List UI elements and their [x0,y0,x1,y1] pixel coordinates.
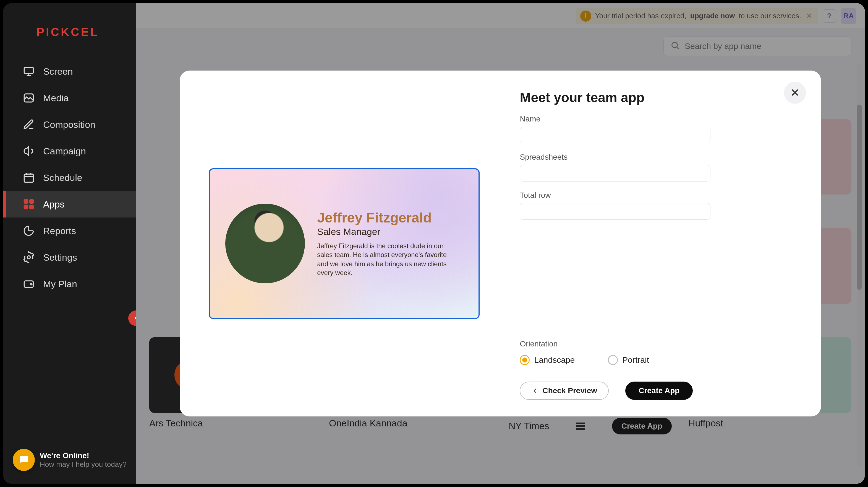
svg-rect-3 [24,200,28,203]
sidebar-item-label: Settings [43,252,77,263]
sidebar-item-label: Composition [43,119,95,130]
brand-logo: PICKCEL [3,15,136,58]
sidebar-item-campaign[interactable]: Campaign [3,138,136,164]
chat-prompt: How may I help you today? [40,460,127,469]
person-description: Jeffrey Fitzgerald is the coolest dude i… [317,241,447,278]
check-preview-label: Check Preview [542,386,597,395]
chat-status: We're Online! [40,451,127,460]
field-spreadsheets: Spreadsheets [520,153,799,181]
apps-grid-icon [23,198,35,210]
check-preview-button[interactable]: Check Preview [520,381,609,400]
svg-point-7 [27,256,30,259]
sidebar-item-screen[interactable]: Screen [3,58,136,85]
field-name: Name [520,115,799,143]
modal-actions: Check Preview Create App [520,381,799,400]
name-label: Name [520,115,799,123]
preview-text: Jeffrey Fitzgerald Sales Manager Jeffrey… [317,210,447,278]
sidebar-item-schedule[interactable]: Schedule [3,164,136,191]
main-area: ! Your trial period has expired, upgrade… [136,3,865,484]
create-app-button[interactable]: Create App [625,381,693,400]
sidebar-item-label: Media [43,93,69,104]
orientation-portrait[interactable]: Portrait [608,355,649,365]
live-chat-widget[interactable]: We're Online! How may I help you today? [13,449,127,471]
team-member-preview: Jeffrey Fitzgerald Sales Manager Jeffrey… [209,168,479,319]
person-name: Jeffrey Fitzgerald [317,210,447,226]
avatar [225,204,305,283]
arrow-left-icon [531,387,538,394]
modal-overlay: Jeffrey Fitzgerald Sales Manager Jeffrey… [136,3,865,484]
chat-icon [13,449,35,471]
sidebar-item-label: Apps [43,199,65,210]
modal-preview-pane: Jeffrey Fitzgerald Sales Manager Jeffrey… [180,70,509,417]
meet-your-team-modal: Jeffrey Fitzgerald Sales Manager Jeffrey… [180,70,821,417]
image-icon [23,92,35,104]
sidebar-item-my-plan[interactable]: My Plan [3,270,136,297]
orientation-label: Orientation [520,340,799,348]
svg-rect-0 [24,67,33,73]
total-row-input[interactable] [520,203,710,220]
svg-rect-4 [30,200,33,203]
chat-text: We're Online! How may I help you today? [40,451,127,469]
edit-icon [23,118,35,131]
sidebar-item-label: Reports [43,226,76,236]
sidebar: PICKCEL Screen Media Composition [3,3,136,484]
spreadsheets-input[interactable] [520,165,710,181]
sidebar-item-apps[interactable]: Apps [3,191,136,218]
sidebar-item-label: My Plan [43,279,77,289]
wallet-icon [23,278,35,290]
sidebar-item-label: Schedule [43,172,82,183]
sidebar-nav: Screen Media Composition Campaign [3,58,136,297]
sidebar-item-label: Campaign [43,146,86,156]
person-role: Sales Manager [317,226,447,237]
spreadsheets-label: Spreadsheets [520,153,799,162]
pie-chart-icon [23,225,35,237]
modal-form-pane: Meet your team app ✕ Name Spreadsheets T… [509,70,821,417]
svg-rect-6 [30,205,33,209]
calendar-icon [23,172,35,184]
orientation-radio-group: Landscape Portrait [520,355,799,365]
megaphone-icon [23,145,35,157]
monitor-icon [23,65,35,78]
name-input[interactable] [520,127,710,143]
create-app-label: Create App [639,386,679,395]
radio-label: Landscape [534,355,575,365]
total-row-label: Total row [520,191,799,200]
radio-icon [608,355,618,365]
gear-icon [23,251,35,263]
radio-icon [520,355,530,365]
svg-point-9 [30,283,32,285]
sidebar-item-media[interactable]: Media [3,85,136,111]
radio-label: Portrait [622,355,649,365]
modal-title: Meet your team app [520,90,799,105]
sidebar-item-composition[interactable]: Composition [3,111,136,138]
orientation-landscape[interactable]: Landscape [520,355,575,365]
svg-rect-2 [24,174,33,182]
svg-rect-5 [24,205,28,209]
sidebar-item-reports[interactable]: Reports [3,218,136,244]
sidebar-item-label: Screen [43,66,73,77]
close-modal-button[interactable]: ✕ [784,82,806,104]
sidebar-item-settings[interactable]: Settings [3,244,136,270]
field-total-row: Total row [520,191,799,220]
